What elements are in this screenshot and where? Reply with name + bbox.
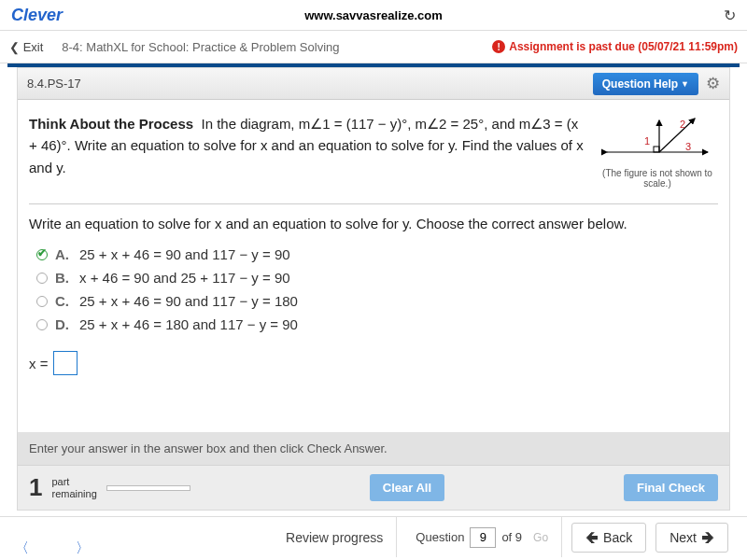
process-label: Think About the Process [29, 116, 193, 132]
reload-icon[interactable]: ↻ [724, 7, 736, 24]
question-id: 8.4.PS-17 [27, 77, 81, 91]
radio-c[interactable] [36, 296, 48, 307]
x-input-row: x = [18, 343, 729, 383]
exit-label: Exit [23, 40, 44, 54]
review-progress-link[interactable]: Review progress [286, 517, 397, 557]
question-panel: 8.4.PS-17 Question Help ▼ ⚙ Think About … [17, 67, 730, 511]
question-header: 8.4.PS-17 Question Help ▼ ⚙ [18, 68, 729, 100]
progress-track [106, 485, 190, 491]
choice-b-text: x + 46 = 90 and 25 + 117 − y = 90 [79, 270, 290, 286]
choice-a-text: 25 + x + 46 = 90 and 117 − y = 90 [79, 246, 290, 262]
problem-body: Think About the Process In the diagram, … [18, 100, 729, 194]
svg-rect-3 [654, 147, 659, 152]
angle-3-label: 3 [685, 141, 691, 152]
choice-a[interactable]: A. 25 + x + 46 = 90 and 117 − y = 90 [36, 243, 718, 266]
footer-forward-icon[interactable]: 〉 [76, 539, 90, 557]
choice-c[interactable]: C. 25 + x + 46 = 90 and 117 − y = 180 [36, 289, 718, 313]
chevron-down-icon: ▼ [681, 79, 689, 89]
angle-2-label: 2 [680, 119, 685, 130]
gear-icon[interactable]: ⚙ [706, 74, 720, 93]
parts-count: 1 [29, 473, 42, 502]
go-button[interactable]: Go [528, 528, 554, 547]
choice-c-letter: C. [55, 293, 72, 309]
choice-d[interactable]: D. 25 + x + 46 = 180 and 117 − y = 90 [36, 313, 718, 336]
bottom-bar: 1 part remaining Clear All Final Check [18, 465, 729, 510]
question-help-button[interactable]: Question Help ▼ [593, 73, 698, 95]
clear-all-button[interactable]: Clear All [370, 474, 444, 501]
assignment-bar: ❮ Exit 8-4: MathXL for School: Practice … [0, 30, 747, 63]
exit-link[interactable]: ❮ Exit [9, 40, 43, 54]
angle-1-label: 1 [644, 135, 650, 147]
choice-b[interactable]: B. x + 46 = 90 and 25 + 117 − y = 90 [36, 266, 718, 289]
choice-d-text: 25 + x + 46 = 180 and 117 − y = 90 [79, 316, 298, 332]
choice-b-letter: B. [55, 270, 72, 286]
radio-a[interactable] [36, 249, 48, 260]
choice-c-text: 25 + x + 46 = 90 and 117 − y = 180 [79, 293, 298, 309]
assignment-title: 8-4: MathXL for School: Practice & Probl… [62, 40, 339, 54]
parts-remaining-label: part remaining [51, 476, 96, 498]
instruction-bar: Enter your answer in the answer box and … [18, 432, 729, 465]
question-help-label: Question Help [602, 77, 678, 91]
question-label: Question [416, 530, 464, 544]
pastdue-notice: ! Assignment is past due (05/07/21 11:59… [492, 40, 738, 53]
nav-bar: Review progress Question of 9 Go 🡸 Back … [0, 516, 747, 557]
next-button[interactable]: Next 🡺 [655, 523, 728, 553]
choice-d-letter: D. [55, 316, 72, 332]
radio-d[interactable] [36, 319, 48, 330]
angle-figure: 1 2 3 (The figure is not shown to scale.… [597, 113, 718, 189]
back-button[interactable]: 🡸 Back [571, 523, 646, 553]
pastdue-text: Assignment is past due (05/07/21 11:59pm… [509, 40, 738, 53]
x-label: x = [29, 356, 48, 371]
browser-top-bar: Clever www.savvasrealize.com ↻ [0, 0, 747, 30]
warning-icon: ! [492, 40, 505, 53]
x-input[interactable] [53, 351, 78, 375]
footer-nav-arrows: 〈 〉 [15, 539, 90, 557]
question-counter: Question of 9 Go [416, 517, 562, 557]
of-label: of 9 [501, 530, 522, 544]
footer-back-icon[interactable]: 〈 [15, 539, 29, 557]
answer-choices: A. 25 + x + 46 = 90 and 117 − y = 90 B. … [18, 239, 729, 343]
figure-caption: (The figure is not shown to scale.) [602, 168, 712, 189]
final-check-button[interactable]: Final Check [624, 474, 718, 501]
question-number-input[interactable] [470, 527, 496, 548]
page-url: www.savvasrealize.com [304, 8, 443, 22]
radio-b[interactable] [36, 273, 48, 284]
clever-logo: Clever [11, 6, 63, 25]
choice-a-letter: A. [55, 246, 72, 262]
problem-text: Think About the Process In the diagram, … [29, 113, 587, 189]
subprompt: Write an equation to solve for x and an … [18, 204, 729, 239]
